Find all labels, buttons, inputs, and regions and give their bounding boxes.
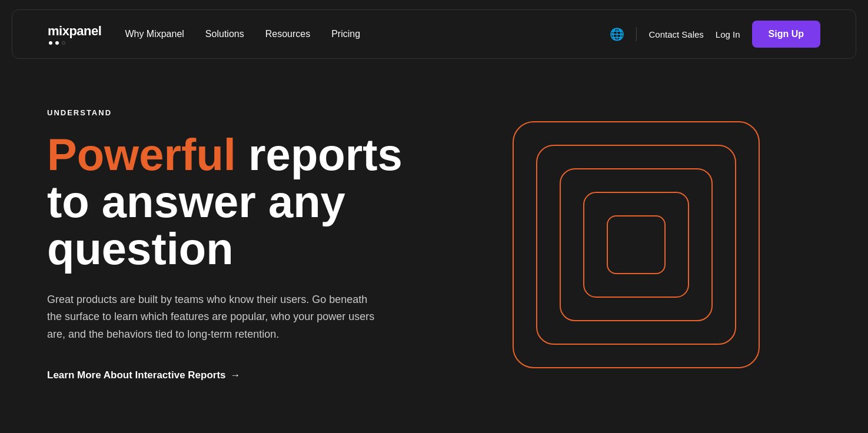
- logo[interactable]: mixpanel: [48, 24, 101, 45]
- nav-item-solutions[interactable]: Solutions: [205, 29, 244, 39]
- nav-left: mixpanel Why Mixpanel Solutions Resource…: [48, 24, 360, 45]
- logo-text: mixpanel: [48, 24, 101, 39]
- nav-item-why-mixpanel[interactable]: Why Mixpanel: [125, 29, 184, 39]
- logo-dot-1: [49, 41, 52, 45]
- hero-description: Great products are built by teams who kn…: [47, 291, 377, 344]
- logo-dot-2: [55, 41, 59, 45]
- nav-link-pricing[interactable]: Pricing: [331, 29, 360, 39]
- globe-icon[interactable]: 🌐: [610, 27, 624, 41]
- nav-item-resources[interactable]: Resources: [265, 29, 310, 39]
- signup-button[interactable]: Sign Up: [752, 21, 820, 48]
- logo-dot-3: [62, 41, 65, 45]
- text-section: UNDERSTAND Powerful reports to answer an…: [47, 108, 417, 381]
- nested-squares-graphic: [513, 121, 760, 368]
- contact-sales-link[interactable]: Contact Sales: [648, 29, 703, 39]
- main-content: UNDERSTAND Powerful reports to answer an…: [0, 68, 868, 409]
- nav-links: Why Mixpanel Solutions Resources Pricing: [125, 29, 360, 39]
- login-button[interactable]: Log In: [716, 29, 740, 39]
- square-5: [607, 215, 666, 274]
- learn-more-link[interactable]: Learn More About Interactive Reports →: [47, 369, 241, 381]
- learn-more-text: Learn More About Interactive Reports: [47, 369, 226, 381]
- navbar: mixpanel Why Mixpanel Solutions Resource…: [12, 9, 856, 59]
- section-label: UNDERSTAND: [47, 108, 417, 117]
- logo-dots: [48, 41, 101, 45]
- nav-right: 🌐 Contact Sales Log In Sign Up: [610, 21, 820, 48]
- learn-more-arrow: →: [231, 369, 241, 381]
- hero-heading-accent: Powerful: [47, 129, 236, 179]
- hero-heading: Powerful reports to answer any question: [47, 131, 417, 272]
- graphic-section: [417, 121, 822, 368]
- nav-link-why-mixpanel[interactable]: Why Mixpanel: [125, 29, 184, 39]
- nav-item-pricing[interactable]: Pricing: [331, 29, 360, 39]
- nav-link-solutions[interactable]: Solutions: [205, 29, 244, 39]
- nav-link-resources[interactable]: Resources: [265, 29, 310, 39]
- nav-divider: [636, 27, 637, 41]
